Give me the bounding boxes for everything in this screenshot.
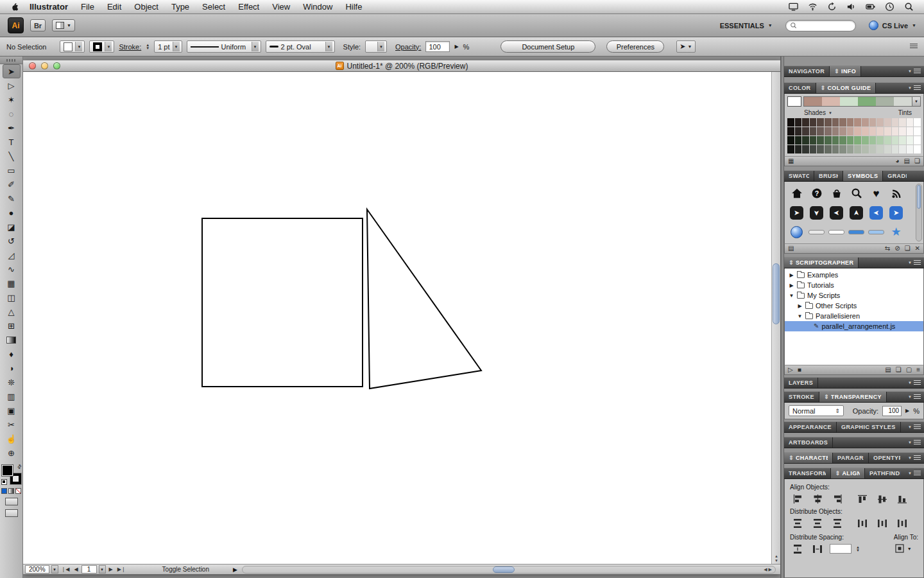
pen-tool[interactable]: ✒ (3, 121, 21, 135)
menu-select[interactable]: Select (196, 2, 232, 12)
panel-menu-button[interactable]: ▼ (905, 468, 924, 478)
column-graph-tool[interactable]: ▥ (3, 389, 21, 403)
direct-selection-tool[interactable]: ▷ (3, 78, 21, 92)
color-swatch[interactable] (907, 136, 914, 144)
stop-script-button[interactable]: ■ (798, 367, 801, 373)
panel-menu-button[interactable]: ▼ (905, 392, 924, 402)
opacity-menu-arrow-icon[interactable]: ▶ (454, 44, 458, 49)
disclosure-icon[interactable]: ▼ (789, 293, 794, 299)
workspace-switcher[interactable]: ESSENTIALS ▼ (720, 22, 773, 30)
panel-menu-button[interactable]: ▼ (905, 66, 924, 76)
panel-menu-button[interactable]: ▼ (905, 437, 924, 448)
bridge-button[interactable]: Br (30, 19, 46, 31)
bar-silver-symbol[interactable] (807, 222, 826, 241)
disclosure-icon[interactable]: ▼ (797, 313, 803, 319)
stroke-panel-link[interactable]: Stroke: (119, 43, 141, 51)
horizontal-scroll-thumb[interactable] (493, 566, 515, 573)
tools-panel-grip[interactable] (0, 57, 22, 64)
tab-transparency[interactable]: ⇕TRANSPARENCY (819, 392, 887, 402)
color-strip-swatch[interactable] (804, 97, 822, 106)
sync-icon[interactable] (827, 2, 837, 12)
color-wheel-button[interactable]: ◕ (896, 158, 900, 164)
artwork[interactable] (23, 72, 771, 564)
search-symbol[interactable] (846, 184, 866, 203)
color-swatch[interactable] (914, 145, 921, 153)
color-swatch[interactable] (817, 145, 824, 153)
delete-symbol-button[interactable]: ✕ (915, 245, 920, 252)
tree-item[interactable]: ✎parallel_arrangement.js (785, 321, 923, 331)
color-swatch[interactable] (795, 118, 802, 127)
horizontal-align-center-button[interactable] (810, 493, 825, 505)
arrow-right-symbol[interactable]: ➤ (787, 203, 807, 222)
select-similar-button[interactable]: ➤ ▼ (676, 40, 695, 53)
tab-graphic-styles[interactable]: GRAPHIC STYLES (837, 422, 901, 432)
next-page-button[interactable]: ▶ (108, 566, 114, 572)
hand-tool[interactable]: ☝ (3, 432, 21, 446)
menu-illustrator[interactable]: Illustrator (23, 2, 74, 12)
color-swatch[interactable] (862, 136, 869, 144)
menu-file[interactable]: File (74, 2, 101, 12)
color-swatch[interactable] (854, 145, 861, 153)
color-swatch[interactable] (825, 127, 832, 136)
canvas[interactable] (23, 72, 771, 564)
heart-symbol[interactable]: ♥ (866, 184, 886, 203)
menu-type[interactable]: Type (165, 2, 196, 12)
color-strip-swatch[interactable] (822, 97, 840, 106)
menu-effect[interactable]: Effect (232, 2, 266, 12)
color-swatch[interactable] (877, 127, 884, 136)
console-button[interactable]: ▤ (885, 367, 891, 373)
vertical-distribute-space-button[interactable] (790, 543, 805, 555)
star-symbol[interactable]: ★ (886, 222, 906, 241)
blend-tool[interactable]: ◑ (3, 361, 21, 375)
home-symbol[interactable] (787, 184, 807, 203)
color-swatch[interactable] (892, 145, 899, 153)
help-symbol[interactable]: ? (807, 184, 826, 203)
color-strip-swatch[interactable] (876, 97, 894, 106)
tree-item[interactable]: ▶Tutorials (785, 280, 923, 290)
gradient-tool[interactable] (3, 333, 21, 347)
type-tool[interactable]: T (3, 135, 21, 149)
vertical-align-top-button[interactable] (855, 493, 870, 505)
color-swatch[interactable] (847, 118, 854, 127)
color-swatch[interactable] (787, 136, 794, 144)
limit-palette-button[interactable]: ▤ (904, 158, 910, 164)
color-swatch[interactable] (817, 136, 824, 144)
tab-gradient[interactable]: GRADIENT (883, 171, 911, 181)
close-button[interactable] (29, 62, 36, 69)
color-swatch[interactable] (884, 136, 891, 144)
tree-item[interactable]: ▶Examples (785, 270, 923, 280)
color-swatch[interactable] (869, 136, 877, 144)
cs-live-button[interactable]: CS Live ▼ (869, 21, 916, 30)
horizontal-distribute-left-button[interactable] (855, 517, 870, 529)
rectangle-tool[interactable]: ▭ (3, 163, 21, 177)
new-symbol-button[interactable]: ❏ (905, 245, 911, 252)
menu-hilfe[interactable]: Hilfe (339, 2, 368, 12)
none-mode-button[interactable] (15, 488, 21, 494)
tab-scriptographer[interactable]: ⇕SCRIPTOGRAPHER (784, 258, 859, 268)
color-swatch[interactable] (817, 118, 824, 127)
arrow-right-blue-symbol[interactable]: ➤ (886, 203, 906, 222)
panel-menu-button[interactable]: ▼ (905, 453, 924, 463)
zoom-tool[interactable]: ⊕ (3, 446, 21, 460)
zoom-button[interactable] (53, 62, 60, 69)
color-swatch[interactable] (839, 136, 846, 144)
fill-color-well[interactable] (2, 465, 13, 476)
screen-mode-button[interactable] (5, 509, 18, 517)
fill-color-dropdown[interactable]: ▼ (60, 40, 85, 53)
stroke-color-dropdown[interactable]: ▼ (89, 40, 114, 53)
chevron-down-icon[interactable]: ▼ (828, 111, 832, 115)
color-swatch[interactable] (847, 127, 854, 136)
color-swatch[interactable] (862, 118, 869, 127)
vertical-distribute-center-button[interactable] (810, 517, 825, 529)
line-segment-tool[interactable]: ╲ (3, 149, 21, 163)
battery-icon[interactable] (866, 2, 875, 12)
transparency-opacity-field[interactable]: 100 (882, 406, 902, 416)
clock-icon[interactable] (885, 2, 894, 12)
color-swatch[interactable] (847, 136, 854, 144)
vertical-scroll-arrows[interactable]: ▲▼ (772, 554, 781, 563)
tab-color-guide[interactable]: ⇕COLOR GUIDE (816, 83, 877, 93)
panel-menu-button[interactable]: ▼ (905, 258, 924, 268)
tab-character[interactable]: ⇕CHARACTER (784, 453, 833, 463)
menu-object[interactable]: Object (128, 2, 165, 12)
run-script-button[interactable]: ▷ (788, 367, 793, 373)
